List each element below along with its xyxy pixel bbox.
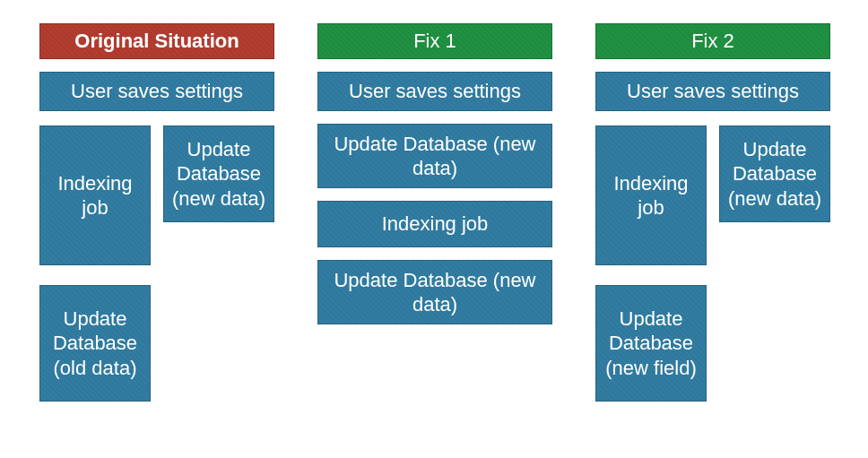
step-update-db-new-data: Update Database (new data) [317,260,552,324]
step-indexing-job: Indexing job [317,201,552,247]
step-indexing-job: Indexing job [39,125,151,265]
step-update-db-new-data: Update Database (new data) [719,125,830,222]
column-header-fix-2: Fix 2 [595,23,830,59]
step-update-db-new-data: Update Database (new data) [163,125,274,222]
step-user-saves-settings: User saves settings [595,72,830,111]
step-user-saves-settings: User saves settings [39,72,274,111]
step-update-db-old-data: Update Database (old data) [39,285,151,402]
column-header-original: Original Situation [39,23,274,59]
step-update-db-new-data: Update Database (new data) [317,124,552,188]
column-header-fix-1: Fix 1 [317,23,552,59]
step-user-saves-settings: User saves settings [317,72,552,111]
step-indexing-job: Indexing job [595,125,707,265]
step-update-db-new-field: Update Database (new field) [595,285,707,402]
diagram-canvas: Original Situation User saves settings I… [0,0,868,458]
